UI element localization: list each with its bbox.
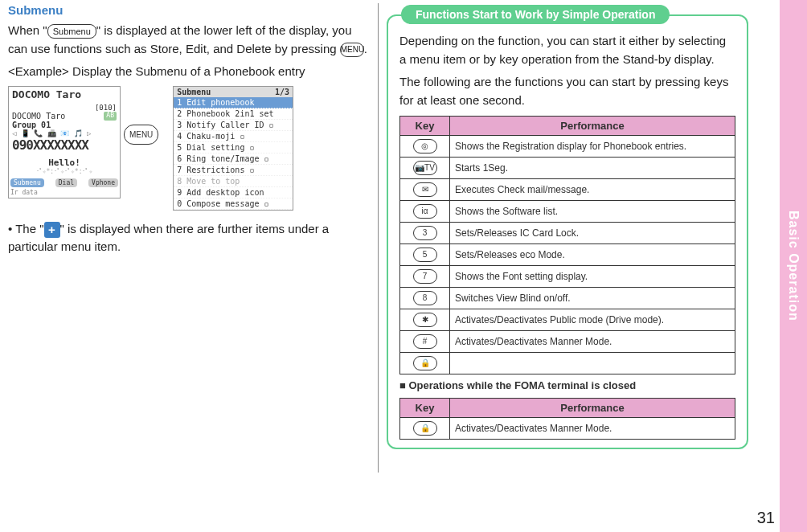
submenu-item: 0 Compose message ▫: [174, 198, 293, 210]
side-label: Basic Operation: [780, 0, 807, 532]
entry-number: 090XXXXXXXX: [12, 137, 117, 153]
softkey-irdata: Ir data: [9, 189, 120, 198]
table-row: 🔒Activates/Deactivates Manner Mode.: [400, 418, 735, 440]
table-row: 8Switches View Blind on/off.: [400, 288, 735, 309]
submenu-paragraph: When "Submenu" is displayed at the lower…: [8, 22, 370, 58]
table-row: 3Sets/Releases IC Card Lock.: [400, 223, 735, 244]
key-icon: 5: [413, 248, 437, 262]
performance-cell: Starts 1Seg.: [450, 158, 735, 179]
key-icon: 3: [413, 226, 437, 240]
softkey-vphone: Vphone: [88, 178, 118, 187]
table-row: 5Sets/Releases eco Mode.: [400, 244, 735, 266]
menu-key-icon: MENU: [340, 43, 364, 57]
submenu-item: 6 Ring tone/Image ▫: [174, 153, 293, 165]
key-performance-table: Key Performance ◎Shows the Registration …: [399, 116, 735, 374]
performance-cell: Shows the Font setting display.: [450, 266, 735, 288]
key-cell: #: [400, 331, 450, 353]
key-cell: 8: [400, 288, 450, 309]
key-cell: 🔒: [400, 353, 450, 374]
key-cell: ✱: [400, 309, 450, 331]
phonebook-entry-screen: DOCOMO Taro [010] DOCOMO Taro AB Group 0…: [8, 86, 121, 198]
table-row: ◎Shows the Registration display for Phon…: [400, 136, 735, 158]
submenu-soft-key: Submenu: [47, 24, 96, 39]
reading-badge: AB: [104, 112, 117, 121]
functions-callout: Functions Start to Work by Simple Operat…: [387, 14, 748, 449]
table-row: 📷TVStarts 1Seg.: [400, 158, 735, 179]
entry-name: DOCOMO Taro: [12, 112, 65, 121]
key-cell: ✉: [400, 179, 450, 201]
softkey-submenu: Submenu: [10, 178, 44, 187]
key-cell: 5: [400, 244, 450, 266]
page-body: Submenu When "Submenu" is displayed at t…: [0, 0, 807, 476]
key-performance-table-closed: Key Performance 🔒Activates/Deactivates M…: [399, 398, 735, 440]
menu-key-large: MENU: [124, 125, 158, 145]
submenu-item: 7 Restrictions ▫: [174, 165, 293, 176]
side-label-text: Basic Operation: [786, 211, 801, 321]
entry-hello: Hello!: [12, 158, 117, 168]
performance-cell: Activates/Deactivates Manner Mode.: [450, 418, 735, 440]
key-cell: 🔒: [400, 418, 450, 440]
entry-title: DOCOMO Taro: [9, 87, 120, 102]
performance-cell: Executes Check mail/message.: [450, 179, 735, 201]
key-icon: 🔒: [413, 421, 437, 436]
key-cell: ◎: [400, 136, 450, 158]
key-cell: 📷TV: [400, 158, 450, 179]
key-icon: 🔒: [413, 356, 437, 370]
further-items-note: • The "+" is displayed when there are fu…: [8, 220, 370, 256]
softkey-dial: Dial: [55, 178, 77, 187]
table-row: ✱Activates/Deactivates Public mode (Driv…: [400, 309, 735, 331]
table-row: #Activates/Deactivates Manner Mode.: [400, 331, 735, 353]
key-icon: 7: [413, 269, 437, 284]
submenu-list: 1 Edit phonebook2 Phonebook 2in1 set3 No…: [174, 97, 293, 210]
performance-cell: Shows the Registration display for Phone…: [450, 136, 735, 158]
closed-operations-heading: Operations while the FOMA terminal is cl…: [399, 379, 735, 391]
key-icon: #: [413, 334, 437, 349]
table-row: ✉Executes Check mail/message.: [400, 179, 735, 201]
entry-count: [010]: [12, 104, 117, 112]
callout-title: Functions Start to Work by Simple Operat…: [401, 5, 670, 24]
submenu-item: 8 Move to top: [174, 176, 293, 187]
submenu-heading: Submenu: [8, 3, 370, 17]
performance-cell: Sets/Releases IC Card Lock.: [450, 223, 735, 244]
key-cell: iα: [400, 201, 450, 223]
right-column: Functions Start to Work by Simple Operat…: [379, 0, 756, 476]
phone-row: DOCOMO Taro [010] DOCOMO Taro AB Group 0…: [8, 86, 370, 211]
submenu-item: 2 Phonebook 2in1 set: [174, 108, 293, 120]
key-cell: 3: [400, 223, 450, 244]
page-number: 31: [757, 509, 775, 527]
key-icon: ✉: [413, 182, 437, 197]
submenu-item: 1 Edit phonebook: [174, 97, 293, 108]
performance-cell: [450, 353, 735, 374]
entry-group: Group 01: [12, 121, 117, 129]
performance-cell: Switches View Blind on/off.: [450, 288, 735, 309]
table-row: 7Shows the Font setting display.: [400, 266, 735, 288]
key-icon: ✱: [413, 313, 437, 327]
table-header-performance: Performance: [450, 117, 735, 136]
submenu-item: 9 Add desktop icon: [174, 187, 293, 198]
table-header-key: Key: [400, 117, 450, 136]
performance-cell: Activates/Deactivates Manner Mode.: [450, 331, 735, 353]
table-row: 🔒: [400, 353, 735, 374]
performance-cell: Activates/Deactivates Public mode (Drive…: [450, 309, 735, 331]
key-cell: 7: [400, 266, 450, 288]
submenu-item: 4 Chaku-moji ▫: [174, 131, 293, 142]
key-icon: 8: [413, 291, 437, 305]
key-icon: iα: [413, 204, 437, 219]
key-icon: ◎: [413, 139, 437, 153]
performance-cell: Shows the Software list.: [450, 201, 735, 223]
callout-intro-2: The following are the functions you can …: [399, 73, 735, 109]
submenu-item: 3 Notify Caller ID ▫: [174, 120, 293, 131]
plus-icon: +: [44, 222, 60, 238]
table-row: iαShows the Software list.: [400, 201, 735, 223]
example-line: <Example> Display the Submenu of a Phone…: [8, 63, 370, 81]
submenu-popup-title: Submenu: [177, 88, 211, 96]
table2-header-key: Key: [400, 399, 450, 418]
submenu-item: 5 Dial setting ▫: [174, 142, 293, 153]
performance-cell: Sets/Releases eco Mode.: [450, 244, 735, 266]
key-icon: 📷TV: [413, 161, 437, 175]
left-column: Submenu When "Submenu" is displayed at t…: [0, 0, 378, 476]
submenu-popup: Submenu 1/3 1 Edit phonebook2 Phonebook …: [173, 86, 293, 211]
callout-intro-1: Depending on the function, you can start…: [399, 32, 735, 68]
submenu-popup-page: 1/3: [275, 88, 289, 96]
table2-header-performance: Performance: [450, 399, 735, 418]
